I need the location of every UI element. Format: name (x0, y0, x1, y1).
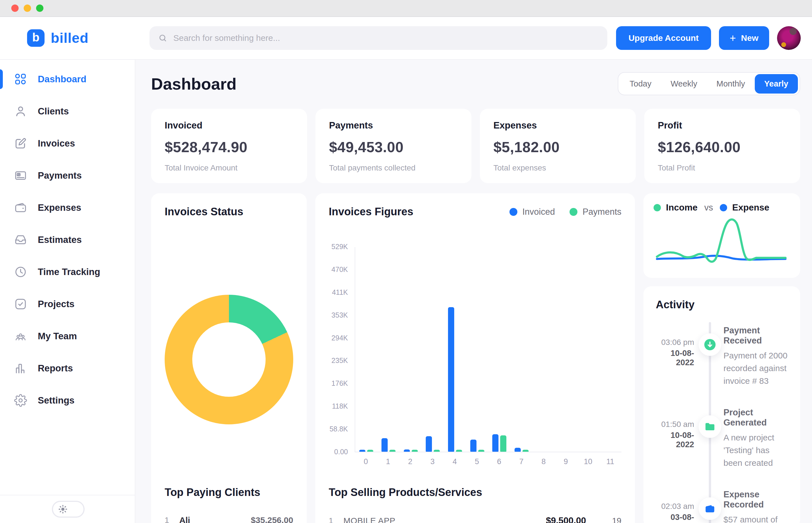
sidebar-item-settings[interactable]: Settings (0, 384, 135, 416)
invoices-figures-title: Invoices Figures (329, 206, 413, 218)
bar-x-labels: 01234567891011 (355, 457, 621, 466)
product-amount: $9,500.00 (546, 516, 586, 523)
activity-item-body: Payment of 2000 recorded against invoice… (723, 349, 788, 387)
invoices-status-donut (165, 295, 293, 425)
window-titlebar (0, 0, 812, 17)
upgrade-account-button[interactable]: Upgrade Account (616, 26, 711, 50)
new-button[interactable]: + New (719, 26, 769, 50)
activity-item-body: $57 amount of expense has been recorded (723, 513, 788, 523)
app-logo[interactable]: b billed (0, 29, 135, 47)
stat-title: Profit (658, 120, 787, 131)
activity-timeline: 03:06 pm 10-08-2022 Payment Received Pa (656, 325, 788, 523)
new-button-label: New (741, 33, 758, 43)
stat-title: Payments (329, 120, 458, 131)
sidebar-item-label: Expenses (38, 202, 81, 213)
sidebar-item-label: Projects (38, 299, 74, 309)
sidebar-item-invoices[interactable]: Invoices (0, 127, 135, 160)
period-switcher: Today Weekly Monthly Yearly (618, 72, 800, 95)
theme-toggle[interactable] (52, 501, 85, 518)
search-bar[interactable] (149, 26, 607, 50)
stat-value: $126,640.00 (658, 139, 787, 156)
sidebar: Dashboard Clients Invoices Payments Expe… (0, 60, 135, 523)
payments-legend-dot (569, 208, 578, 216)
product-row[interactable]: 1 MOBILE APP $9,500.00 19 (329, 516, 621, 523)
search-icon (158, 33, 168, 43)
search-input[interactable] (173, 33, 599, 43)
tab-today[interactable]: Today (620, 75, 661, 92)
sidebar-item-clients[interactable]: Clients (0, 95, 135, 127)
invoices-status-card: Invoices Status Paid Outstanding (151, 193, 307, 523)
close-window-button[interactable] (11, 4, 19, 12)
stat-value: $49,453.00 (329, 139, 458, 156)
folder-icon (704, 420, 716, 433)
bar-y-axis: 529K470K411K353K294K235K176K118K58.8K0.0… (329, 247, 355, 452)
sidebar-item-dashboard[interactable]: Dashboard (0, 63, 135, 95)
user-avatar[interactable] (777, 26, 801, 50)
stat-card-payments: Payments $49,453.00 Total payments colle… (316, 109, 472, 183)
wallet-filled-icon (704, 502, 716, 515)
plus-icon: + (730, 33, 736, 43)
sun-icon (58, 504, 68, 514)
tab-yearly[interactable]: Yearly (755, 74, 798, 93)
client-amount: $35,256.00 (251, 516, 293, 523)
activity-item-body: A new project 'Testing' has been created (723, 431, 788, 469)
wallet-icon (14, 201, 27, 214)
stat-card-invoiced: Invoiced $528,474.90 Total Invoice Amoun… (151, 109, 307, 183)
stat-value: $528,474.90 (165, 139, 294, 156)
client-rank: 1 (165, 516, 179, 523)
maximize-window-button[interactable] (36, 4, 43, 12)
invoiced-legend-dot (510, 208, 517, 216)
sidebar-item-expenses[interactable]: Expenses (0, 192, 135, 224)
check-square-icon (14, 297, 27, 310)
activity-badge (699, 415, 721, 438)
product-name: MOBILE APP (343, 516, 395, 523)
sidebar-item-label: Invoices (38, 138, 75, 149)
invoiced-legend-label: Invoiced (523, 207, 555, 217)
income-expense-card: Income vs Expense (643, 193, 800, 278)
top-paying-clients-title: Top Paying Clients (165, 486, 293, 499)
product-quantity: 19 (612, 516, 621, 523)
invoices-figures-legend: Invoiced Payments (510, 207, 621, 217)
invoices-figures-card: Invoices Figures Invoiced Payments 529K4… (315, 193, 635, 523)
stat-caption: Total Invoice Amount (165, 163, 294, 173)
sidebar-item-label: Reports (38, 363, 73, 374)
sidebar-item-estimates[interactable]: Estimates (0, 224, 135, 256)
income-legend-label: Income (666, 202, 698, 213)
inbox-icon (14, 233, 27, 246)
income-expense-line-chart (654, 216, 789, 270)
activity-date: 10-08-2022 (656, 348, 694, 367)
users-icon (14, 330, 27, 343)
activity-badge (699, 333, 721, 356)
dashboard-grid-icon (14, 73, 27, 86)
activity-date: 03-08-2022 (656, 512, 694, 523)
sidebar-item-time-tracking[interactable]: Time Tracking (0, 256, 135, 288)
topbar: b billed Upgrade Account + New (0, 17, 812, 60)
sidebar-item-label: Dashboard (38, 74, 86, 85)
top-selling-products-title: Top Selling Products/Services (329, 486, 621, 499)
sidebar-item-my-team[interactable]: My Team (0, 320, 135, 352)
activity-item: 03:06 pm 10-08-2022 Payment Received Pa (656, 325, 788, 387)
tab-monthly[interactable]: Monthly (707, 75, 755, 92)
stat-value: $5,182.00 (493, 139, 622, 156)
sidebar-item-label: Payments (38, 170, 82, 181)
sidebar-item-label: Settings (38, 395, 74, 406)
sidebar-item-projects[interactable]: Projects (0, 288, 135, 320)
activity-date: 10-08-2022 (656, 431, 694, 449)
sidebar-item-payments[interactable]: Payments (0, 160, 135, 192)
client-row[interactable]: 1 Ali $35,256.00 (165, 516, 293, 523)
top-selling-products-card: Top Selling Products/Services 1 MOBILE A… (315, 474, 635, 523)
client-name: Ali (179, 516, 190, 523)
activity-item: 02:03 am 03-08-2022 Expense Recorded $5 (656, 489, 788, 523)
sidebar-item-label: Time Tracking (38, 267, 100, 277)
minimize-window-button[interactable] (24, 4, 31, 12)
activity-card: Activity 03:06 pm 10-08-2022 (643, 286, 800, 523)
stat-caption: Total expenses (493, 163, 622, 173)
bar-chart-icon (14, 362, 27, 375)
tab-weekly[interactable]: Weekly (661, 75, 707, 92)
sidebar-item-reports[interactable]: Reports (0, 352, 135, 384)
logo-wordmark: billed (51, 30, 89, 46)
sidebar-item-label: Estimates (38, 234, 82, 245)
activity-item-title: Expense Recorded (723, 489, 788, 510)
credit-card-icon (14, 169, 27, 182)
top-paying-clients-card: Top Paying Clients 1 Ali $35,256.00 (151, 474, 307, 523)
